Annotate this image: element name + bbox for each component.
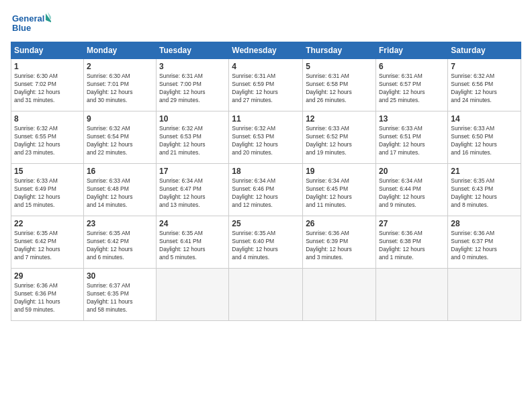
- day-number: 5: [306, 62, 373, 71]
- weekday-header-row: Sunday Monday Tuesday Wednesday Thursday…: [11, 42, 521, 59]
- day-number: 12: [306, 114, 373, 124]
- day-info: Sunrise: 6:34 AM Sunset: 6:44 PM Dayligh…: [379, 177, 445, 210]
- day-info: Sunrise: 6:34 AM Sunset: 6:45 PM Dayligh…: [306, 177, 373, 210]
- calendar-table: Sunday Monday Tuesday Wednesday Thursday…: [11, 42, 521, 321]
- day-info: Sunrise: 6:36 AM Sunset: 6:37 PM Dayligh…: [451, 230, 518, 262]
- day-info: Sunrise: 6:32 AM Sunset: 6:53 PM Dayligh…: [232, 125, 300, 157]
- day-info: Sunrise: 6:32 AM Sunset: 6:54 PM Dayligh…: [87, 125, 153, 157]
- calendar-cell: [376, 269, 448, 321]
- day-number: 24: [159, 219, 226, 228]
- day-number: 22: [14, 219, 81, 228]
- day-number: 17: [159, 167, 226, 176]
- day-info: Sunrise: 6:36 AM Sunset: 6:39 PM Dayligh…: [306, 230, 373, 262]
- calendar-cell: 9Sunrise: 6:32 AM Sunset: 6:54 PM Daylig…: [83, 111, 156, 164]
- day-info: Sunrise: 6:32 AM Sunset: 6:56 PM Dayligh…: [451, 73, 518, 105]
- svg-text:General: General: [12, 13, 44, 24]
- day-info: Sunrise: 6:35 AM Sunset: 6:42 PM Dayligh…: [87, 230, 153, 262]
- day-info: Sunrise: 6:33 AM Sunset: 6:48 PM Dayligh…: [87, 177, 153, 210]
- day-number: 16: [87, 167, 153, 176]
- day-number: 25: [232, 219, 300, 228]
- day-info: Sunrise: 6:35 AM Sunset: 6:43 PM Dayligh…: [451, 177, 518, 210]
- day-info: Sunrise: 6:35 AM Sunset: 6:41 PM Dayligh…: [159, 230, 226, 262]
- calendar-cell: [448, 269, 521, 321]
- day-number: 7: [451, 62, 518, 71]
- calendar-cell: 22Sunrise: 6:35 AM Sunset: 6:42 PM Dayli…: [11, 216, 84, 269]
- svg-text:Blue: Blue: [12, 23, 31, 33]
- day-number: 26: [306, 219, 373, 228]
- calendar-cell: 3Sunrise: 6:31 AM Sunset: 7:00 PM Daylig…: [157, 59, 229, 111]
- calendar-cell: 17Sunrise: 6:34 AM Sunset: 6:47 PM Dayli…: [157, 164, 229, 216]
- calendar-cell: [157, 269, 229, 321]
- calendar-cell: [303, 269, 376, 321]
- header-monday: Monday: [83, 42, 156, 59]
- day-number: 4: [232, 62, 300, 71]
- day-number: 30: [87, 271, 153, 281]
- calendar-cell: 4Sunrise: 6:31 AM Sunset: 6:59 PM Daylig…: [229, 59, 303, 111]
- day-number: 13: [379, 114, 445, 124]
- day-info: Sunrise: 6:37 AM Sunset: 6:35 PM Dayligh…: [87, 282, 153, 314]
- day-number: 6: [379, 62, 445, 71]
- day-number: 28: [451, 219, 518, 228]
- calendar-cell: 1Sunrise: 6:30 AM Sunset: 7:02 PM Daylig…: [11, 59, 84, 111]
- day-info: Sunrise: 6:31 AM Sunset: 6:57 PM Dayligh…: [379, 73, 445, 105]
- calendar-cell: 23Sunrise: 6:35 AM Sunset: 6:42 PM Dayli…: [83, 216, 156, 269]
- calendar-cell: 30Sunrise: 6:37 AM Sunset: 6:35 PM Dayli…: [83, 269, 156, 321]
- day-number: 15: [14, 167, 81, 176]
- calendar-cell: 25Sunrise: 6:35 AM Sunset: 6:40 PM Dayli…: [229, 216, 303, 269]
- day-info: Sunrise: 6:36 AM Sunset: 6:38 PM Dayligh…: [379, 230, 445, 262]
- calendar-cell: 19Sunrise: 6:34 AM Sunset: 6:45 PM Dayli…: [303, 164, 376, 216]
- header-sunday: Sunday: [11, 42, 84, 59]
- page-header: General Blue: [11, 11, 521, 35]
- calendar-cell: 26Sunrise: 6:36 AM Sunset: 6:39 PM Dayli…: [303, 216, 376, 269]
- calendar-cell: 7Sunrise: 6:32 AM Sunset: 6:56 PM Daylig…: [448, 59, 521, 111]
- calendar-cell: [229, 269, 303, 321]
- calendar-cell: 20Sunrise: 6:34 AM Sunset: 6:44 PM Dayli…: [376, 164, 448, 216]
- calendar-cell: 21Sunrise: 6:35 AM Sunset: 6:43 PM Dayli…: [448, 164, 521, 216]
- calendar-cell: 6Sunrise: 6:31 AM Sunset: 6:57 PM Daylig…: [376, 59, 448, 111]
- day-info: Sunrise: 6:35 AM Sunset: 6:42 PM Dayligh…: [14, 230, 81, 262]
- calendar-cell: 28Sunrise: 6:36 AM Sunset: 6:37 PM Dayli…: [448, 216, 521, 269]
- day-number: 10: [159, 114, 226, 124]
- header-wednesday: Wednesday: [229, 42, 303, 59]
- day-info: Sunrise: 6:30 AM Sunset: 7:01 PM Dayligh…: [87, 73, 153, 105]
- day-number: 21: [451, 167, 518, 176]
- calendar-cell: 16Sunrise: 6:33 AM Sunset: 6:48 PM Dayli…: [83, 164, 156, 216]
- day-number: 14: [451, 114, 518, 124]
- day-info: Sunrise: 6:33 AM Sunset: 6:52 PM Dayligh…: [306, 125, 373, 157]
- day-number: 8: [14, 114, 81, 124]
- day-info: Sunrise: 6:31 AM Sunset: 6:58 PM Dayligh…: [306, 73, 373, 105]
- day-number: 20: [379, 167, 445, 176]
- calendar-cell: 15Sunrise: 6:33 AM Sunset: 6:49 PM Dayli…: [11, 164, 84, 216]
- day-info: Sunrise: 6:36 AM Sunset: 6:36 PM Dayligh…: [14, 282, 81, 314]
- calendar-cell: 29Sunrise: 6:36 AM Sunset: 6:36 PM Dayli…: [11, 269, 84, 321]
- day-number: 1: [14, 62, 81, 71]
- day-number: 18: [232, 167, 300, 176]
- day-number: 23: [87, 219, 153, 228]
- day-number: 29: [14, 271, 81, 281]
- calendar-cell: 5Sunrise: 6:31 AM Sunset: 6:58 PM Daylig…: [303, 59, 376, 111]
- calendar-cell: 10Sunrise: 6:32 AM Sunset: 6:53 PM Dayli…: [157, 111, 229, 164]
- calendar-cell: 27Sunrise: 6:36 AM Sunset: 6:38 PM Dayli…: [376, 216, 448, 269]
- day-info: Sunrise: 6:33 AM Sunset: 6:50 PM Dayligh…: [451, 125, 518, 157]
- day-info: Sunrise: 6:34 AM Sunset: 6:46 PM Dayligh…: [232, 177, 300, 210]
- logo-svg: General Blue: [11, 11, 51, 35]
- header-saturday: Saturday: [448, 42, 521, 59]
- day-number: 27: [379, 219, 445, 228]
- day-number: 3: [159, 62, 226, 71]
- calendar-cell: 8Sunrise: 6:32 AM Sunset: 6:55 PM Daylig…: [11, 111, 84, 164]
- calendar-cell: 14Sunrise: 6:33 AM Sunset: 6:50 PM Dayli…: [448, 111, 521, 164]
- day-info: Sunrise: 6:30 AM Sunset: 7:02 PM Dayligh…: [14, 73, 81, 105]
- day-info: Sunrise: 6:35 AM Sunset: 6:40 PM Dayligh…: [232, 230, 300, 262]
- header-tuesday: Tuesday: [157, 42, 229, 59]
- day-info: Sunrise: 6:32 AM Sunset: 6:55 PM Dayligh…: [14, 125, 81, 157]
- day-number: 9: [87, 114, 153, 124]
- day-info: Sunrise: 6:34 AM Sunset: 6:47 PM Dayligh…: [159, 177, 226, 210]
- day-info: Sunrise: 6:33 AM Sunset: 6:51 PM Dayligh…: [379, 125, 445, 157]
- calendar-cell: 24Sunrise: 6:35 AM Sunset: 6:41 PM Dayli…: [157, 216, 229, 269]
- calendar-cell: 12Sunrise: 6:33 AM Sunset: 6:52 PM Dayli…: [303, 111, 376, 164]
- day-info: Sunrise: 6:31 AM Sunset: 7:00 PM Dayligh…: [159, 73, 226, 105]
- header-thursday: Thursday: [303, 42, 376, 59]
- day-info: Sunrise: 6:32 AM Sunset: 6:53 PM Dayligh…: [159, 125, 226, 157]
- header-friday: Friday: [376, 42, 448, 59]
- day-number: 11: [232, 114, 300, 124]
